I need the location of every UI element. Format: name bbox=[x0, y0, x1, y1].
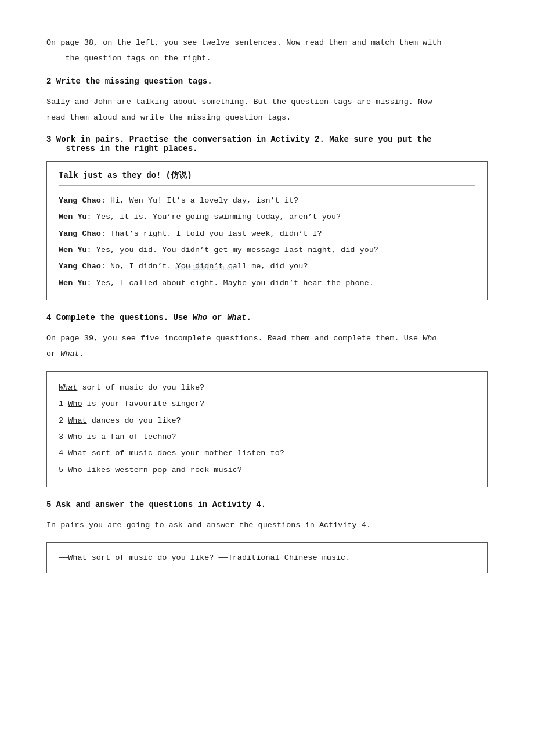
section5-body: In pairs you are going to ask and answer… bbox=[46, 517, 488, 533]
intro-line1: On page 38, on the left, you see twelve … bbox=[46, 38, 442, 47]
questions-box: What sort of music do you like? 1 Who is… bbox=[46, 371, 488, 487]
section5-heading: 5 Ask and answer the questions in Activi… bbox=[46, 500, 488, 509]
example-line: ——What sort of music do you like? ——Trad… bbox=[59, 550, 475, 566]
section4-body: On page 39, you see five incomplete ques… bbox=[46, 330, 488, 362]
question-item-5: 5 Who likes western pop and rock music? bbox=[59, 462, 475, 478]
question-item-2: 2 What dances do you like? bbox=[59, 413, 475, 429]
section3-heading: 3 Work in pairs. Practise the conversati… bbox=[46, 135, 488, 153]
question-item-3: 3 Who is a fan of techno? bbox=[59, 429, 475, 445]
example-box: ——What sort of music do you like? ——Trad… bbox=[46, 542, 488, 573]
section4-heading: 4 Complete the questions. Use Who or Wha… bbox=[46, 313, 488, 322]
section2-heading: 2 Write the missing question tags. bbox=[46, 77, 488, 86]
question-item-1: 1 Who is your favourite singer? bbox=[59, 396, 475, 412]
dialog-line-5: Yang Chao: No, I didn’t. You didn’t call… bbox=[59, 258, 475, 275]
watermark: www.2ixin.com.cn bbox=[175, 260, 234, 275]
dialog-line-1: Yang Chao: Hi, Wen Yu! It’s a lovely day… bbox=[59, 193, 475, 209]
intro-line2: the question tags on the right. bbox=[65, 54, 211, 63]
intro-paragraph: On page 38, on the left, you see twelve … bbox=[46, 35, 488, 66]
dialog-line-6: Wen Yu: Yes, I called about eight. Maybe… bbox=[59, 275, 475, 291]
dialog-box: Talk just as they do! (仿说) Yang Chao: Hi… bbox=[46, 161, 488, 300]
question-example: What sort of music do you like? bbox=[59, 380, 475, 396]
section2-body: Sally and John are talking about somethi… bbox=[46, 94, 488, 125]
dialog-line-4: Wen Yu: Yes, you did. You didn’t get my … bbox=[59, 242, 475, 258]
dialog-line-2: Wen Yu: Yes, it is. You’re going swimmin… bbox=[59, 209, 475, 225]
dialog-title: Talk just as they do! (仿说) bbox=[59, 170, 475, 186]
dialog-line-3: Yang Chao: That’s right. I told you last… bbox=[59, 226, 475, 242]
question-item-4: 4 What sort of music does your mother li… bbox=[59, 445, 475, 462]
dialog-content: Yang Chao: Hi, Wen Yu! It’s a lovely day… bbox=[59, 193, 475, 291]
